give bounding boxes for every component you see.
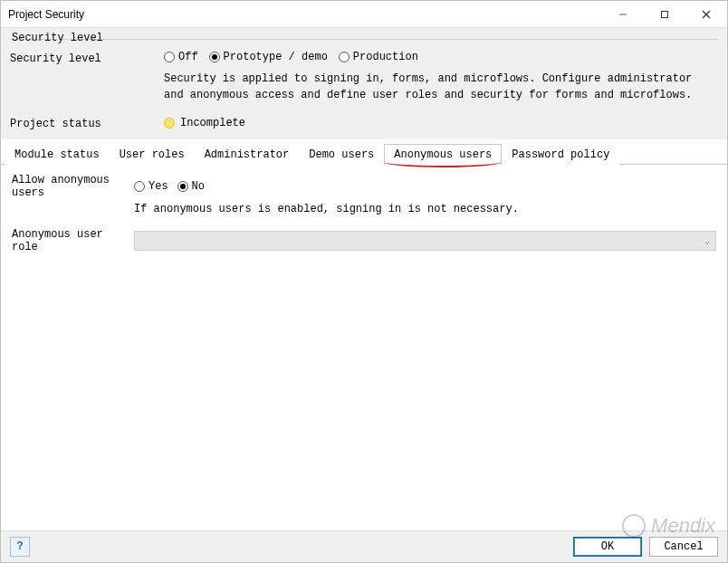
tab-user-roles[interactable]: User roles [110,144,195,165]
dialog-footer: ? OK Cancel [1,530,727,562]
tab-administrator[interactable]: Administrator [195,144,300,165]
security-level-production-radio[interactable]: Production [339,51,418,63]
radio-icon [177,181,188,192]
security-level-label: Security level [10,51,164,65]
project-security-dialog: Project Security Security level Security… [0,0,728,563]
radio-label: Yes [148,180,168,193]
help-button[interactable]: ? [10,537,30,557]
status-incomplete-icon [164,118,175,129]
allow-anonymous-yes-radio[interactable]: Yes [134,180,168,193]
anonymous-role-select: ⌄ [134,231,716,251]
security-level-row: Security level Off Prototype / demo Prod… [10,51,718,65]
radio-label: Production [353,51,418,63]
minimize-button[interactable] [602,1,644,27]
group-title: Security level [10,32,105,44]
window-title: Project Security [8,8,602,21]
radio-icon [164,52,175,62]
radio-icon [339,52,350,62]
radio-label: No [192,180,205,193]
anonymous-role-label: Anonymous user role [12,228,134,253]
chevron-down-icon: ⌄ [704,235,710,246]
help-icon: ? [16,540,23,553]
allow-anonymous-row: Allow anonymous users Yes No [12,174,716,199]
tab-module-status[interactable]: Module status [5,144,110,165]
project-status-row: Project status Incomplete [10,116,718,130]
tab-demo-users[interactable]: Demo users [299,144,384,165]
project-status-value: Incomplete [180,117,245,129]
radio-icon [134,181,145,192]
cancel-button[interactable]: Cancel [649,537,718,557]
allow-anonymous-hint: If anonymous users is enabled, signing i… [134,203,716,215]
close-button[interactable] [685,1,727,27]
anonymous-role-row: Anonymous user role ⌄ [12,228,716,253]
allow-anonymous-label: Allow anonymous users [12,174,134,199]
titlebar: Project Security [1,1,727,28]
radio-label: Prototype / demo [224,51,328,63]
ok-button[interactable]: OK [573,537,642,557]
anonymous-users-pane: Allow anonymous users Yes No If anonymou… [1,165,727,530]
svg-rect-1 [662,11,668,17]
tab-strip: Module statusUser rolesAdministratorDemo… [1,139,727,165]
project-status-label: Project status [10,116,164,130]
security-level-off-radio[interactable]: Off [164,51,198,63]
radio-icon [209,52,220,62]
security-level-description: Security is applied to signing in, forms… [164,71,718,103]
allow-anonymous-no-radio[interactable]: No [177,180,205,193]
maximize-button[interactable] [644,1,685,27]
radio-label: Off [178,51,198,63]
security-level-group: Security level Security level Off Protot… [1,28,727,139]
window-controls [602,1,727,27]
security-level-prototype-radio[interactable]: Prototype / demo [209,51,328,63]
tab-password-policy[interactable]: Password policy [502,144,619,165]
